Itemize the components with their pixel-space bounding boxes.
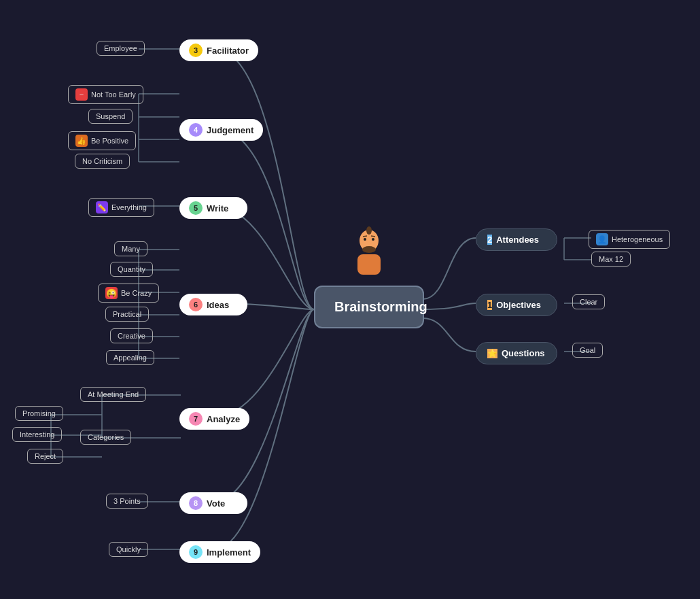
central-node: Brainstorming — [314, 286, 424, 328]
facilitator-label: Facilitator — [207, 46, 249, 56]
judgement-label: Judgement — [207, 125, 253, 135]
leaf-quantity: Quantity — [110, 262, 153, 277]
svg-line-34 — [363, 236, 367, 237]
leaf-reject: Reject — [27, 449, 63, 464]
minus-icon: − — [75, 88, 88, 101]
leaf-be-crazy: 😜 Be Crazy — [98, 284, 159, 303]
person-icon: 👤 — [596, 233, 608, 245]
svg-point-29 — [366, 226, 372, 235]
implement-label: Implement — [207, 547, 251, 558]
badge-2: 2 — [487, 235, 492, 245]
attendees-label: Attendees — [496, 235, 539, 245]
branch-implement: 9 Implement — [179, 541, 260, 563]
leaf-clear: Clear — [572, 294, 605, 309]
badge-8: 8 — [189, 496, 203, 510]
ideas-label: Ideas — [207, 300, 229, 310]
leaf-quickly: Quickly — [109, 542, 148, 557]
leaf-max12: Max 12 — [591, 252, 631, 267]
branch-objectives: 1 Objectives — [476, 294, 557, 316]
branch-attendees: 2 Attendees — [476, 228, 557, 251]
badge-4: 4 — [189, 123, 203, 137]
central-label: Brainstorming — [334, 299, 427, 314]
analyze-label: Analyze — [207, 414, 240, 424]
badge-1: 1 — [487, 300, 492, 310]
svg-point-32 — [364, 238, 366, 241]
badge-9: 9 — [189, 545, 203, 559]
leaf-promising: Promising — [15, 406, 63, 421]
leaf-3points: 3 Points — [106, 494, 148, 509]
objectives-label: Objectives — [496, 300, 541, 310]
badge-6: 6 — [189, 298, 203, 311]
leaf-at-meeting-end: At Meeting End — [80, 387, 146, 402]
badge-3: 3 — [189, 44, 203, 57]
branch-ideas: 6 Ideas — [179, 294, 247, 315]
svg-rect-31 — [357, 254, 381, 275]
leaf-goal: Goal — [572, 343, 603, 358]
branch-judgement: 4 Judgement — [179, 119, 263, 141]
star-icon: ⭐ — [487, 349, 497, 358]
crazy-icon: 😜 — [105, 287, 118, 299]
leaf-no-criticism: No Criticism — [75, 154, 130, 169]
branch-questions: ⭐ Questions — [476, 342, 557, 364]
svg-point-30 — [362, 246, 376, 253]
leaf-not-too-early: − Not Too Early — [68, 85, 143, 104]
questions-label: Questions — [502, 348, 545, 358]
svg-line-35 — [371, 236, 375, 237]
branch-facilitator: 3 Facilitator — [179, 39, 258, 61]
leaf-appealing: Appealing — [106, 350, 154, 365]
branch-analyze: 7 Analyze — [179, 408, 249, 430]
badge-7: 7 — [189, 412, 203, 426]
leaf-employee: Employee — [97, 41, 145, 56]
branch-vote: 8 Vote — [179, 492, 247, 514]
vote-label: Vote — [207, 498, 225, 509]
leaf-suspend: Suspend — [88, 109, 133, 124]
branch-write: 5 Write — [179, 197, 247, 219]
badge-5: 5 — [189, 201, 203, 215]
leaf-creative: Creative — [110, 328, 153, 343]
leaf-interesting: Interesting — [12, 427, 62, 442]
leaf-practical: Practical — [105, 307, 149, 322]
write-label: Write — [207, 203, 228, 213]
leaf-many: Many — [114, 241, 147, 256]
svg-point-33 — [372, 238, 374, 241]
leaf-heterogeneous: 👤 Heterogeneous — [589, 230, 670, 249]
leaf-everything: ✏️ Everything — [88, 198, 154, 217]
leaf-be-positive: 👍 Be Positive — [68, 131, 136, 150]
leaf-categories: Categories — [80, 430, 131, 445]
pencil-icon: ✏️ — [96, 201, 108, 213]
thumbsup-icon: 👍 — [75, 135, 88, 147]
